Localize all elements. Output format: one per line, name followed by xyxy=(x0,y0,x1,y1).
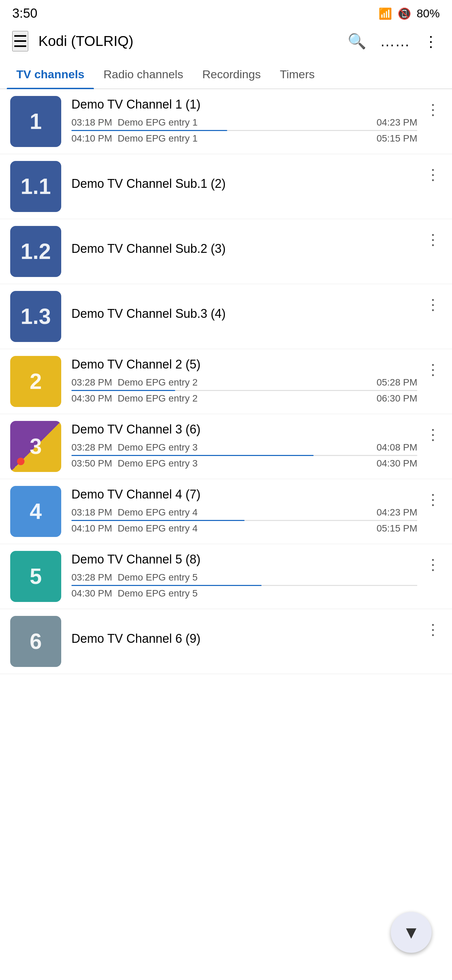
channel-info: Demo TV Channel Sub.1 (2) xyxy=(61,177,424,196)
channel-thumbnail: 1 xyxy=(10,96,61,147)
channel-more-button[interactable]: ⋮ xyxy=(424,423,442,446)
channel-item[interactable]: 1.3Demo TV Channel Sub.3 (4)⋮ xyxy=(0,284,452,349)
channel-name: Demo TV Channel 1 (1) xyxy=(71,97,417,111)
epg-row: 03:28 PMDemo EPG entry 5 xyxy=(71,572,417,583)
channel-more-button[interactable]: ⋮ xyxy=(424,293,442,316)
grid-button[interactable]: …… xyxy=(379,31,411,51)
epg-progress-fill xyxy=(71,390,175,391)
epg-end-time: 06:30 PM xyxy=(376,393,417,404)
more-options-button[interactable]: ⋮ xyxy=(422,31,440,51)
epg-end-time: 05:15 PM xyxy=(376,133,417,144)
epg-start-time: 03:18 PM xyxy=(71,117,112,128)
channel-item[interactable]: 6Demo TV Channel 6 (9)⋮ xyxy=(0,609,452,674)
channel-more-button[interactable]: ⋮ xyxy=(424,488,442,511)
epg-row: 03:18 PMDemo EPG entry 404:23 PM xyxy=(71,507,417,518)
channel-more-button[interactable]: ⋮ xyxy=(424,618,442,641)
app-bar-actions: 🔍 …… ⋮ xyxy=(346,31,440,51)
epg-start-time: 03:50 PM xyxy=(71,458,112,469)
epg-start-time: 04:30 PM xyxy=(71,588,112,599)
epg-end-time: 04:23 PM xyxy=(376,117,417,128)
status-icons: 📶 📵 80% xyxy=(379,7,440,20)
epg-row: 03:50 PMDemo EPG entry 304:30 PM xyxy=(71,458,417,469)
channel-name: Demo TV Channel 2 (5) xyxy=(71,357,417,372)
channel-name: Demo TV Channel 5 (8) xyxy=(71,552,417,566)
channel-item[interactable]: 4Demo TV Channel 4 (7)03:18 PMDemo EPG e… xyxy=(0,479,452,544)
channel-item[interactable]: 3Demo TV Channel 3 (6)03:28 PMDemo EPG e… xyxy=(0,414,452,479)
epg-end-time: 04:23 PM xyxy=(376,507,417,518)
epg-end-time: 05:15 PM xyxy=(376,523,417,534)
channel-thumbnail: 6 xyxy=(10,616,61,667)
epg-start-time: 04:30 PM xyxy=(71,393,112,404)
channel-more-button[interactable]: ⋮ xyxy=(424,163,442,186)
epg-entry-title: Demo EPG entry 3 xyxy=(118,458,371,469)
filter-fab[interactable]: ▼ xyxy=(391,912,431,953)
channel-more-button[interactable]: ⋮ xyxy=(424,228,442,251)
channel-more-button[interactable]: ⋮ xyxy=(424,358,442,381)
epg-progress-fill xyxy=(71,455,314,456)
battery-level: 80% xyxy=(417,7,440,20)
epg-entry-title: Demo EPG entry 5 xyxy=(118,588,417,599)
channel-name: Demo TV Channel Sub.3 (4) xyxy=(71,307,417,321)
status-time: 3:50 xyxy=(12,6,37,21)
channel-thumbnail: 5 xyxy=(10,551,61,602)
epg-progress-fill xyxy=(71,585,262,586)
tab-recordings[interactable]: Recordings xyxy=(193,58,270,89)
epg-start-time: 03:28 PM xyxy=(71,377,112,388)
epg-progress-bar xyxy=(71,455,417,456)
channel-info: Demo TV Channel 2 (5)03:28 PMDemo EPG en… xyxy=(61,357,424,406)
epg-end-time: 04:30 PM xyxy=(376,458,417,469)
recording-indicator xyxy=(17,458,24,465)
epg-start-time: 03:18 PM xyxy=(71,507,112,518)
app-title: Kodi (TOLRIQ) xyxy=(38,33,346,49)
tabs-bar: TV channels Radio channels Recordings Ti… xyxy=(0,58,452,89)
epg-progress-fill xyxy=(71,520,244,521)
signal-icon: 📵 xyxy=(398,7,411,20)
channel-name: Demo TV Channel Sub.1 (2) xyxy=(71,177,417,191)
epg-start-time: 04:10 PM xyxy=(71,133,112,144)
epg-end-time: 05:28 PM xyxy=(376,377,417,388)
epg-row: 03:28 PMDemo EPG entry 304:08 PM xyxy=(71,442,417,453)
epg-row: 03:18 PMDemo EPG entry 104:23 PM xyxy=(71,117,417,128)
channel-info: Demo TV Channel 1 (1)03:18 PMDemo EPG en… xyxy=(61,97,424,146)
tab-timers[interactable]: Timers xyxy=(270,58,325,89)
epg-row: 04:10 PMDemo EPG entry 105:15 PM xyxy=(71,133,417,144)
epg-row: 04:30 PMDemo EPG entry 5 xyxy=(71,588,417,599)
channel-thumbnail: 2 xyxy=(10,356,61,407)
epg-entry-title: Demo EPG entry 2 xyxy=(118,393,371,404)
channel-thumbnail: 1.2 xyxy=(10,226,61,277)
channel-thumbnail: 1.1 xyxy=(10,161,61,212)
search-button[interactable]: 🔍 xyxy=(346,31,368,51)
epg-entry-title: Demo EPG entry 5 xyxy=(118,572,417,583)
epg-row: 04:30 PMDemo EPG entry 206:30 PM xyxy=(71,393,417,404)
epg-end-time: 04:08 PM xyxy=(376,442,417,453)
tab-tv-channels[interactable]: TV channels xyxy=(7,58,94,89)
epg-progress-fill xyxy=(71,130,227,131)
filter-icon: ▼ xyxy=(402,922,420,943)
channel-item[interactable]: 2Demo TV Channel 2 (5)03:28 PMDemo EPG e… xyxy=(0,349,452,414)
channel-item[interactable]: 1.1Demo TV Channel Sub.1 (2)⋮ xyxy=(0,154,452,219)
channel-item[interactable]: 5Demo TV Channel 5 (8)03:28 PMDemo EPG e… xyxy=(0,544,452,609)
channel-name: Demo TV Channel Sub.2 (3) xyxy=(71,242,417,256)
epg-entry-title: Demo EPG entry 4 xyxy=(118,507,371,518)
channel-name: Demo TV Channel 6 (9) xyxy=(71,632,417,646)
channel-info: Demo TV Channel 4 (7)03:18 PMDemo EPG en… xyxy=(61,487,424,536)
channel-more-button[interactable]: ⋮ xyxy=(424,553,442,576)
channel-info: Demo TV Channel Sub.2 (3) xyxy=(61,242,424,261)
menu-button[interactable]: ☰ xyxy=(12,31,28,51)
tab-radio-channels[interactable]: Radio channels xyxy=(94,58,192,89)
epg-start-time: 03:28 PM xyxy=(71,442,112,453)
channel-name: Demo TV Channel 4 (7) xyxy=(71,487,417,501)
channel-more-button[interactable]: ⋮ xyxy=(424,98,442,121)
epg-progress-bar xyxy=(71,390,417,391)
channel-list: 1Demo TV Channel 1 (1)03:18 PMDemo EPG e… xyxy=(0,89,452,674)
channel-info: Demo TV Channel Sub.3 (4) xyxy=(61,307,424,326)
epg-progress-bar xyxy=(71,130,417,131)
channel-item[interactable]: 1.2Demo TV Channel Sub.2 (3)⋮ xyxy=(0,219,452,284)
epg-entry-title: Demo EPG entry 1 xyxy=(118,117,371,128)
epg-row: 03:28 PMDemo EPG entry 205:28 PM xyxy=(71,377,417,388)
status-bar: 3:50 📶 📵 80% xyxy=(0,0,452,24)
epg-start-time: 03:28 PM xyxy=(71,572,112,583)
channel-item[interactable]: 1Demo TV Channel 1 (1)03:18 PMDemo EPG e… xyxy=(0,89,452,154)
channel-info: Demo TV Channel 3 (6)03:28 PMDemo EPG en… xyxy=(61,422,424,471)
epg-entry-title: Demo EPG entry 2 xyxy=(118,377,371,388)
